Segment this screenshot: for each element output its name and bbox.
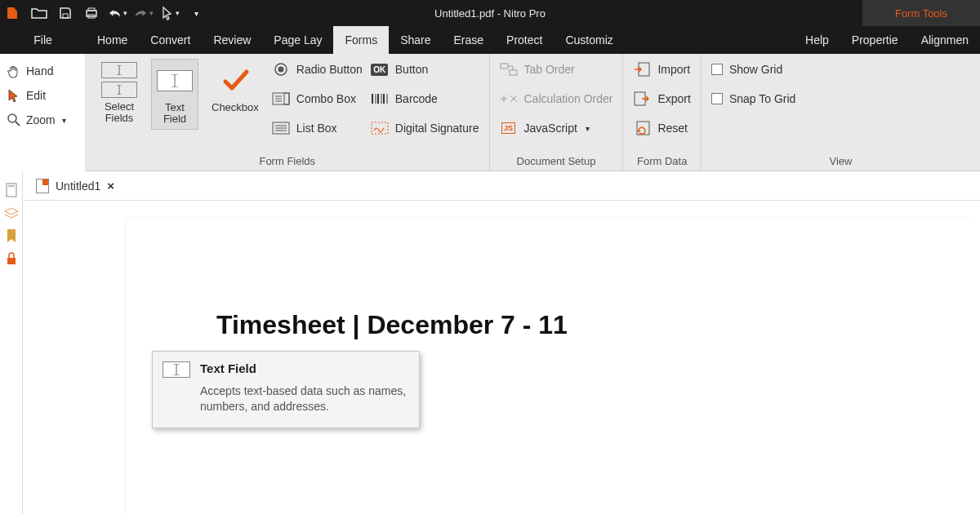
svg-point-4 [8, 114, 16, 122]
tab-alignment[interactable]: Alignmen [910, 26, 980, 54]
undo-icon[interactable]: ▾ [108, 3, 127, 23]
ribbon-group-form-data: Import Export Reset Form Data [623, 54, 701, 171]
checkbox-icon [217, 62, 253, 98]
ribbon-group-view: Show Grid Snap To Grid View [702, 54, 980, 171]
hand-tool[interactable]: Hand [7, 59, 78, 83]
export-item[interactable]: Export [633, 88, 690, 109]
tab-properties[interactable]: Propertie [840, 26, 910, 54]
tab-share[interactable]: Share [389, 26, 442, 54]
tab-home[interactable]: Home [86, 26, 139, 54]
tab-convert[interactable]: Convert [139, 26, 202, 54]
tooltip-title: Text Field [200, 361, 408, 375]
group-label-document-setup: Document Setup [500, 152, 613, 169]
file-menu[interactable]: File [20, 30, 65, 50]
tab-order-item: Tab Order [500, 59, 613, 80]
open-icon[interactable] [29, 3, 49, 23]
qat-customize-icon[interactable]: ▾ [186, 3, 206, 23]
button-label: Button [395, 63, 428, 76]
barcode-icon [371, 91, 389, 107]
combo-box-label: Combo Box [296, 92, 356, 105]
quick-access-toolbar: ▾ ▾ ▾ ▾ [24, 3, 211, 23]
reset-icon [633, 120, 651, 136]
hand-label: Hand [26, 64, 53, 78]
document-icon [36, 179, 49, 193]
print-icon[interactable] [82, 3, 101, 23]
tab-customize[interactable]: Customiz [554, 26, 624, 54]
hand-icon [7, 64, 21, 78]
pages-panel-icon[interactable] [4, 183, 19, 197]
javascript-item[interactable]: JS JavaScript ▾ [500, 117, 613, 139]
ribbon: Select Fields Text Field Checkbox [86, 54, 980, 171]
show-grid-label: Show Grid [729, 63, 782, 76]
document-tab-bar: Untitled1 × [23, 171, 980, 201]
ribbon-group-form-fields: Select Fields Text Field Checkbox [86, 54, 490, 171]
tooltip-body: Accepts text-based data such as names, n… [200, 383, 408, 414]
svg-rect-34 [510, 70, 517, 75]
chevron-down-icon: ▾ [62, 116, 66, 125]
checkbox-button[interactable]: Checkbox [207, 59, 264, 117]
document-tab-label: Untitled1 [56, 179, 100, 193]
ribbon-group-document-setup: Tab Order Calculation Order JS JavaScrip… [490, 54, 624, 171]
svg-rect-43 [8, 185, 15, 187]
show-grid-checkbox[interactable] [711, 64, 723, 75]
edit-arrow-icon [7, 88, 21, 103]
security-panel-icon[interactable] [4, 251, 19, 266]
import-label: Import [657, 63, 690, 76]
digital-signature-item[interactable]: Digital Signature [371, 117, 479, 139]
tab-review[interactable]: Review [202, 26, 262, 54]
text-field-icon [163, 361, 190, 378]
tab-protect[interactable]: Protect [495, 26, 554, 54]
radio-button-label: Radio Button [296, 63, 363, 76]
reset-label: Reset [657, 122, 688, 135]
group-label-form-data: Form Data [633, 152, 690, 169]
snap-to-grid-checkbox[interactable] [711, 93, 723, 104]
import-item[interactable]: Import [633, 59, 690, 80]
calculation-order-item: Calculation Order [500, 88, 613, 109]
document-tab[interactable]: Untitled1 × [29, 175, 121, 197]
import-icon [633, 61, 651, 78]
edit-tool[interactable]: Edit [7, 83, 78, 108]
text-field-button[interactable]: Text Field [151, 59, 198, 130]
combo-box-item[interactable]: Combo Box [272, 88, 363, 109]
snap-to-grid-label: Snap To Grid [729, 92, 795, 105]
select-fields-button[interactable]: Select Fields [96, 59, 143, 128]
group-label-view: View [711, 152, 970, 169]
save-icon[interactable] [56, 3, 75, 23]
zoom-tool[interactable]: Zoom ▾ [7, 108, 78, 132]
select-fields-label: Select Fields [105, 101, 134, 125]
document-area: Untitled1 × Timesheet | December 7 - 11 … [0, 171, 980, 514]
zoom-icon [7, 113, 21, 127]
svg-rect-33 [501, 64, 508, 69]
calculation-order-label: Calculation Order [524, 92, 613, 105]
tab-order-label: Tab Order [524, 63, 575, 76]
layers-panel-icon[interactable] [4, 206, 19, 220]
menu-bar: File Home Convert Review Page Lay Forms … [0, 26, 980, 54]
reset-item[interactable]: Reset [633, 117, 690, 139]
show-grid-item[interactable]: Show Grid [711, 59, 795, 80]
export-icon [633, 91, 651, 107]
bookmarks-panel-icon[interactable] [4, 228, 19, 243]
radio-button-item[interactable]: Radio Button [272, 59, 363, 80]
redo-icon[interactable]: ▾ [134, 3, 154, 23]
title-bar: ▾ ▾ ▾ ▾ Untitled1.pdf - Nitro Pro Form T… [0, 0, 980, 26]
tab-forms[interactable]: Forms [333, 26, 389, 54]
combo-box-icon [272, 91, 290, 107]
snap-to-grid-item[interactable]: Snap To Grid [711, 88, 795, 109]
edit-label: Edit [26, 89, 46, 102]
button-item[interactable]: OK Button [371, 59, 479, 80]
javascript-icon: JS [500, 120, 518, 136]
chevron-down-icon: ▾ [586, 124, 590, 133]
context-tab-form-tools[interactable]: Form Tools [862, 0, 980, 26]
svg-point-16 [278, 67, 283, 73]
radio-button-icon [272, 61, 290, 78]
list-box-item[interactable]: List Box [272, 117, 363, 139]
cursor-select-icon[interactable]: ▾ [160, 3, 180, 23]
tab-page-layout[interactable]: Page Lay [262, 26, 333, 54]
tab-help[interactable]: Help [794, 26, 840, 54]
tab-erase[interactable]: Erase [443, 26, 496, 54]
export-label: Export [657, 92, 690, 105]
calculation-order-icon [500, 91, 518, 107]
list-box-label: List Box [296, 122, 337, 135]
barcode-item[interactable]: Barcode [371, 88, 479, 109]
close-tab-icon[interactable]: × [107, 179, 114, 193]
